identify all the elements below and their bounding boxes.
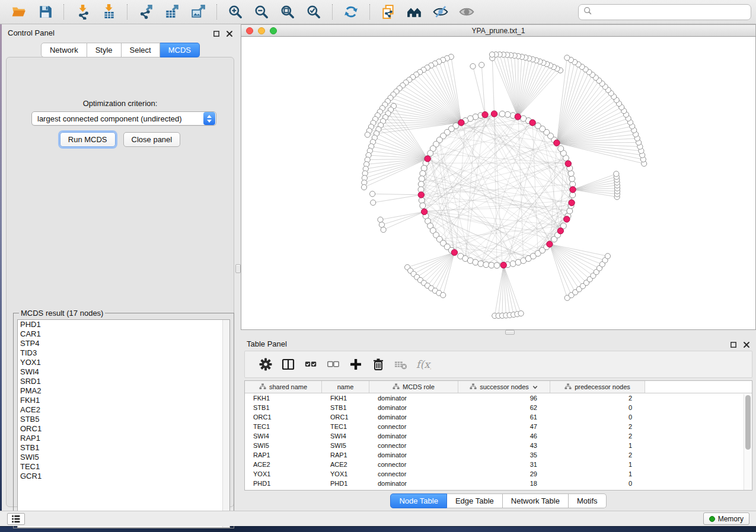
table-row[interactable]: ACE2ACE2connector311 — [245, 460, 752, 469]
graph-leaf-node[interactable] — [379, 222, 384, 227]
cell-MCDS-role[interactable]: dominator — [369, 480, 458, 487]
graph-mcds-hub-node[interactable] — [565, 161, 571, 166]
graph-leaf-node[interactable] — [361, 185, 366, 190]
graph-node[interactable] — [567, 208, 573, 214]
graph-node[interactable] — [510, 261, 516, 267]
cell-predecessor-nodes[interactable]: 2 — [550, 395, 645, 402]
mcds-result-item[interactable]: SWI4 — [18, 367, 229, 377]
deselect-all-icon[interactable] — [325, 356, 342, 373]
graph-node[interactable] — [419, 197, 425, 203]
import-network-icon[interactable] — [74, 3, 91, 21]
refresh-network-icon[interactable] — [342, 3, 360, 21]
cell-name[interactable]: SWI4 — [322, 432, 369, 440]
graph-mcds-hub-node[interactable] — [458, 120, 464, 126]
cell-shared-name[interactable]: SWI5 — [245, 442, 322, 449]
graph-leaf-node[interactable] — [370, 191, 375, 197]
horizontal-splitter-grip[interactable] — [505, 330, 515, 335]
graph-node[interactable] — [419, 176, 425, 182]
cell-MCDS-role[interactable]: dominator — [369, 404, 458, 411]
tab-edge-table[interactable]: Edge Table — [447, 493, 503, 508]
cell-MCDS-role[interactable]: dominator — [369, 395, 458, 402]
export-network-icon[interactable] — [137, 3, 155, 21]
cell-shared-name[interactable]: PHD1 — [245, 480, 322, 487]
graph-mcds-hub-node[interactable] — [482, 111, 488, 117]
cell-successor-nodes[interactable]: 96 — [458, 395, 550, 402]
network-window-titlebar[interactable]: YPA_prune.txt_1 — [241, 24, 756, 37]
gear-icon[interactable] — [257, 356, 274, 373]
graph-node[interactable] — [421, 165, 427, 171]
network-graph[interactable] — [241, 37, 755, 329]
graph-leaf-node[interactable] — [371, 200, 376, 205]
graph-node[interactable] — [420, 171, 426, 177]
graph-node[interactable] — [568, 171, 574, 177]
search-input[interactable] — [593, 7, 751, 18]
cell-predecessor-nodes[interactable]: 1 — [550, 470, 645, 477]
cell-successor-nodes[interactable]: 46 — [458, 432, 550, 440]
graph-mcds-hub-node[interactable] — [418, 192, 424, 198]
cell-MCDS-role[interactable]: dominator — [369, 432, 458, 440]
cell-MCDS-role[interactable]: dominator — [369, 451, 458, 459]
cell-shared-name[interactable]: ACE2 — [245, 461, 322, 468]
graph-leaf-node[interactable] — [441, 293, 446, 298]
network-canvas[interactable] — [241, 37, 756, 330]
mcds-result-item[interactable]: RAP1 — [18, 434, 229, 443]
cell-predecessor-nodes[interactable]: 0 — [550, 480, 645, 487]
cell-successor-nodes[interactable]: 31 — [458, 461, 550, 468]
column-header-MCDS-role[interactable]: MCDS role — [369, 381, 458, 393]
run-mcds-button[interactable]: Run MCDS — [60, 132, 116, 147]
mcds-result-item[interactable]: PHD1 — [18, 320, 229, 329]
cell-name[interactable]: FKH1 — [322, 395, 369, 402]
cell-predecessor-nodes[interactable]: 2 — [550, 432, 645, 440]
result-list-scrollbar[interactable] — [222, 320, 229, 527]
search-box[interactable] — [578, 4, 751, 20]
cell-MCDS-role[interactable]: connector — [369, 461, 458, 468]
table-row[interactable]: RAP1RAP1dominator352 — [245, 450, 752, 460]
cell-shared-name[interactable]: STB1 — [245, 404, 322, 411]
graph-node[interactable] — [473, 259, 479, 265]
mcds-result-item[interactable]: SWI5 — [18, 453, 229, 462]
graph-node[interactable] — [569, 176, 575, 182]
graph-mcds-hub-node[interactable] — [515, 114, 521, 120]
save-session-icon[interactable] — [36, 3, 54, 21]
mcds-result-item[interactable]: ORC1 — [18, 424, 229, 434]
mcds-result-item[interactable]: YOX1 — [18, 358, 229, 367]
graph-node[interactable] — [494, 262, 500, 268]
float-panel-icon[interactable] — [213, 29, 220, 40]
cell-MCDS-role[interactable]: dominator — [369, 414, 458, 421]
graph-mcds-hub-node[interactable] — [529, 120, 535, 126]
column-header-successor-nodes[interactable]: successor nodes — [458, 381, 550, 393]
column-header-name[interactable]: name — [322, 381, 369, 393]
graph-node[interactable] — [428, 150, 433, 156]
cell-name[interactable]: TEC1 — [322, 423, 369, 430]
cell-name[interactable]: SWI5 — [322, 442, 369, 449]
mcds-result-item[interactable]: SRD1 — [18, 377, 229, 386]
graph-leaf-node[interactable] — [381, 227, 386, 232]
open-file-icon[interactable] — [10, 3, 28, 21]
graph-node[interactable] — [558, 146, 564, 152]
cell-shared-name[interactable]: FKH1 — [245, 395, 322, 402]
cell-successor-nodes[interactable]: 18 — [458, 480, 550, 487]
mcds-result-item[interactable]: STP4 — [18, 339, 229, 348]
hide-selected-icon[interactable] — [432, 3, 449, 21]
tab-select[interactable]: Select — [122, 43, 160, 57]
graph-mcds-hub-node[interactable] — [564, 216, 570, 222]
cell-successor-nodes[interactable]: 29 — [458, 470, 550, 477]
table-row[interactable]: ORC1ORC1dominator610 — [245, 412, 752, 422]
mcds-result-list[interactable]: PHD1CAR1STP4TID3YOX1SWI4SRD1PMA2FKH1ACE2… — [17, 319, 230, 528]
table-row[interactable]: FKH1FKH1dominator962 — [245, 393, 752, 403]
column-header-predecessor-nodes[interactable]: predecessor nodes — [550, 381, 645, 393]
graph-node[interactable] — [535, 123, 541, 129]
graph-leaf-node[interactable] — [479, 62, 484, 68]
cell-MCDS-role[interactable]: connector — [369, 442, 458, 449]
mcds-result-item[interactable]: TID3 — [18, 348, 229, 358]
graph-leaf-node[interactable] — [518, 311, 524, 316]
show-all-icon[interactable] — [458, 3, 476, 21]
tab-mcds[interactable]: MCDS — [160, 43, 200, 57]
table-scrollbar[interactable] — [744, 394, 751, 491]
table-row[interactable]: STB1STB1dominator620 — [245, 403, 752, 412]
graph-mcds-hub-node[interactable] — [451, 249, 457, 255]
export-table-icon[interactable] — [163, 3, 181, 21]
cell-name[interactable]: STB1 — [322, 404, 369, 411]
close-table-panel-icon[interactable] — [743, 340, 750, 351]
memory-button[interactable]: Memory — [703, 512, 749, 525]
